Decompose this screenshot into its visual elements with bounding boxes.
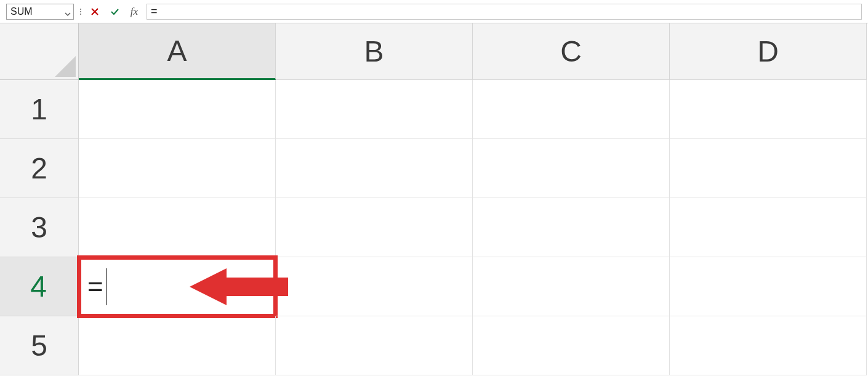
cell-B1[interactable] xyxy=(276,80,473,139)
cell-C5[interactable] xyxy=(473,316,670,375)
cell-D5[interactable] xyxy=(670,316,867,375)
cell-D1[interactable] xyxy=(670,80,867,139)
name-box-dropdown-icon[interactable] xyxy=(65,9,71,15)
separator-icon xyxy=(79,9,82,15)
cell-C2[interactable] xyxy=(473,139,670,198)
cell-B2[interactable] xyxy=(276,139,473,198)
cell-C4[interactable] xyxy=(473,257,670,316)
cell-B5[interactable] xyxy=(276,316,473,375)
cell-D2[interactable] xyxy=(670,139,867,198)
formula-input-value: = xyxy=(151,5,158,18)
column-header-C[interactable]: C xyxy=(473,23,670,80)
spreadsheet-grid: A B C D 1 2 3 4 = 5 xyxy=(0,23,868,375)
cell-A2[interactable] xyxy=(79,139,276,198)
formula-bar: SUM fx = xyxy=(0,0,868,23)
enter-button[interactable] xyxy=(107,4,122,19)
row-header-2[interactable]: 2 xyxy=(0,139,79,198)
column-header-B[interactable]: B xyxy=(276,23,473,80)
name-box-value: SUM xyxy=(10,6,33,17)
column-header-D[interactable]: D xyxy=(670,23,867,80)
cell-D4[interactable] xyxy=(670,257,867,316)
cell-B4[interactable] xyxy=(276,257,473,316)
select-all-corner[interactable] xyxy=(0,23,79,80)
cancel-button[interactable] xyxy=(87,4,102,19)
row-header-3[interactable]: 3 xyxy=(0,198,79,257)
row-header-4[interactable]: 4 xyxy=(0,257,79,316)
cell-C1[interactable] xyxy=(473,80,670,139)
name-box[interactable]: SUM xyxy=(6,4,74,20)
text-cursor xyxy=(106,268,106,305)
formula-input[interactable]: = xyxy=(147,4,862,20)
fx-icon: fx xyxy=(131,6,138,18)
row-header-1[interactable]: 1 xyxy=(0,80,79,139)
insert-function-button[interactable]: fx xyxy=(127,4,142,19)
row-header-5[interactable]: 5 xyxy=(0,316,79,375)
cell-A4-value: = xyxy=(87,271,103,302)
column-header-A[interactable]: A xyxy=(79,23,276,80)
cell-A1[interactable] xyxy=(79,80,276,139)
cell-A3[interactable] xyxy=(79,198,276,257)
cell-A5[interactable] xyxy=(79,316,276,375)
cell-A4[interactable]: = xyxy=(79,257,276,316)
cell-D3[interactable] xyxy=(670,198,867,257)
cell-C3[interactable] xyxy=(473,198,670,257)
cell-B3[interactable] xyxy=(276,198,473,257)
